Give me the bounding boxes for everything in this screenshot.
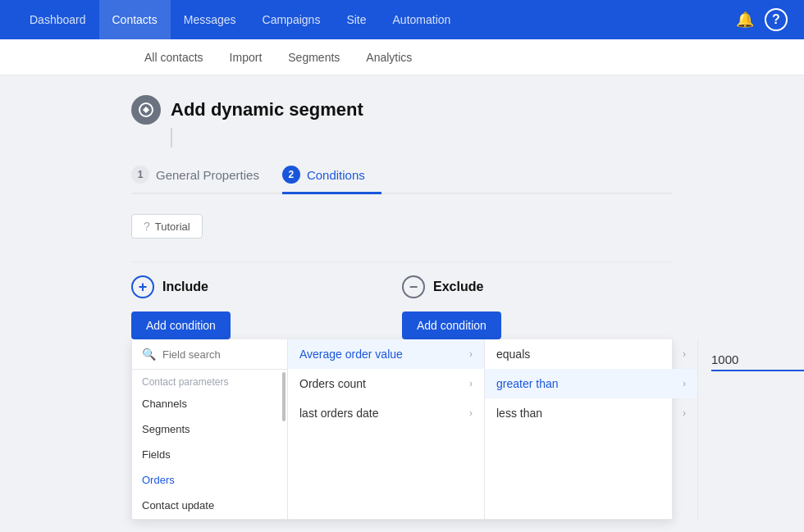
tutorial-question-icon: ? <box>144 220 150 233</box>
include-header: + Include <box>131 275 402 298</box>
field-column: 🔍 Contact parameters Channels Segments F… <box>132 339 288 519</box>
field-search-container: 🔍 <box>132 339 287 370</box>
sub-nav-segments[interactable]: Segments <box>275 39 353 75</box>
sub-nav-all-contacts[interactable]: All contacts <box>131 39 217 75</box>
tab-number-2: 2 <box>282 166 300 184</box>
tab-label-general: General Properties <box>156 168 259 182</box>
include-icon: + <box>131 275 154 298</box>
segment-sections: + Include Add condition − Exclude Add co… <box>131 275 673 339</box>
option-item-average-order-value[interactable]: Average order value › <box>288 339 484 369</box>
notification-bell-icon[interactable]: 🔔 <box>732 7 758 33</box>
chevron-right-icon: › <box>469 378 473 389</box>
condition-label: less than <box>496 407 542 420</box>
field-item-orders[interactable]: Orders <box>132 467 287 493</box>
field-item-fields[interactable]: Fields <box>132 442 287 467</box>
section-separator <box>131 261 673 262</box>
exclude-label: Exclude <box>433 280 483 294</box>
nav-item-campaigns[interactable]: Campaigns <box>249 0 334 39</box>
tab-label-conditions: Conditions <box>307 168 365 182</box>
tutorial-label: Tutorial <box>155 221 190 233</box>
option-item-orders-count[interactable]: Orders count › <box>288 369 484 398</box>
options-column: Average order value › Orders count › las… <box>288 339 485 519</box>
exclude-icon: − <box>402 275 425 298</box>
nav-item-dashboard[interactable]: Dashboard <box>16 0 99 39</box>
chevron-right-icon: › <box>683 407 686 419</box>
contact-parameters-label: Contact parameters <box>132 370 287 391</box>
condition-dropdown-panel: 🔍 Contact parameters Channels Segments F… <box>131 339 673 520</box>
nav-item-automation[interactable]: Automation <box>380 0 464 39</box>
page-icon <box>131 95 161 125</box>
include-add-condition-button[interactable]: Add condition <box>131 311 231 339</box>
exclude-section: − Exclude Add condition <box>402 275 673 339</box>
header-divider <box>171 128 172 148</box>
field-item-channels[interactable]: Channels <box>132 391 287 416</box>
nav-item-contacts[interactable]: Contacts <box>99 0 171 39</box>
field-item-segments[interactable]: Segments <box>132 416 287 442</box>
chevron-right-icon: › <box>683 378 686 389</box>
sub-nav-analytics[interactable]: Analytics <box>353 39 425 75</box>
option-label: last orders date <box>299 407 379 420</box>
page-content: Add dynamic segment 1 General Properties… <box>0 75 804 532</box>
field-search-input[interactable] <box>162 348 277 361</box>
chevron-right-icon: › <box>469 407 473 419</box>
tutorial-button[interactable]: ? Tutorial <box>131 214 203 239</box>
include-label: Include <box>162 280 208 294</box>
segment-builder: + Include Add condition − Exclude Add co… <box>131 275 673 520</box>
nav-item-messages[interactable]: Messages <box>171 0 249 39</box>
page-header: Add dynamic segment <box>131 95 673 125</box>
include-section: + Include Add condition <box>131 275 402 339</box>
step-tabs: 1 General Properties 2 Conditions <box>131 157 673 194</box>
condition-label: equals <box>496 348 530 361</box>
chevron-right-icon: › <box>683 348 686 360</box>
nav-links: Dashboard Contacts Messages Campaigns Si… <box>16 0 464 39</box>
condition-label: greater than <box>496 377 559 390</box>
condition-value-input[interactable] <box>711 349 804 371</box>
nav-item-site[interactable]: Site <box>333 0 379 39</box>
page-title: Add dynamic segment <box>171 99 363 120</box>
help-icon[interactable]: ? <box>765 8 788 31</box>
field-item-contact-update[interactable]: Contact update <box>132 493 287 518</box>
tab-conditions[interactable]: 2 Conditions <box>282 157 381 194</box>
nav-actions: 🔔 ? <box>732 7 788 33</box>
conditions-column: equals › greater than › less than › <box>485 339 698 519</box>
tab-general-properties[interactable]: 1 General Properties <box>131 157 276 194</box>
chevron-right-icon: › <box>469 348 473 360</box>
option-label: Average order value <box>299 348 403 361</box>
sub-nav-import[interactable]: Import <box>217 39 276 75</box>
condition-item-greater-than[interactable]: greater than › <box>485 369 697 398</box>
tab-number-1: 1 <box>131 166 149 184</box>
option-item-last-orders-date[interactable]: last orders date › <box>288 398 484 428</box>
top-navigation: Dashboard Contacts Messages Campaigns Si… <box>0 0 804 39</box>
search-icon: 🔍 <box>142 348 156 361</box>
scrollbar-indicator <box>282 372 286 421</box>
option-label: Orders count <box>299 377 366 390</box>
condition-item-less-than[interactable]: less than › <box>485 398 697 428</box>
value-column <box>698 339 804 519</box>
condition-item-equals[interactable]: equals › <box>485 339 697 369</box>
sub-navigation: All contacts Import Segments Analytics <box>0 39 804 75</box>
exclude-add-condition-button[interactable]: Add condition <box>402 311 501 339</box>
exclude-header: − Exclude <box>402 275 673 298</box>
